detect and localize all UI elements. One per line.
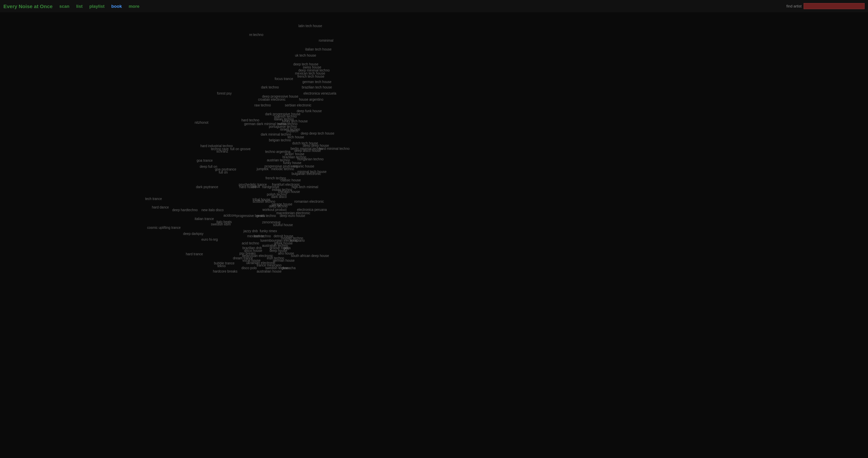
find-artist-input[interactable] [804, 3, 865, 9]
genre-label[interactable]: focus trance [275, 77, 293, 81]
genre-label[interactable]: bulgarian electronic [292, 172, 321, 176]
genre-label[interactable]: dark minimal techno [261, 133, 291, 137]
genre-label[interactable]: raw techno [254, 103, 271, 107]
genre-label[interactable]: tekno [217, 264, 225, 268]
genre-label[interactable]: rominimal [319, 39, 333, 43]
genre-label[interactable]: deep funk house [297, 109, 322, 113]
genre-label[interactable]: italian trance [195, 217, 214, 221]
genre-label[interactable]: acidcore [223, 214, 236, 218]
genre-label[interactable]: croatian electronic [258, 98, 285, 102]
genre-label[interactable]: schranz [216, 150, 228, 154]
header: Every Noise at Once scan list playlist b… [0, 0, 868, 12]
genre-label[interactable]: melodic techno [271, 167, 294, 171]
genre-label[interactable]: acid techno [242, 241, 259, 245]
genre-label[interactable]: re:techno [249, 33, 263, 37]
genre-label[interactable]: high-tech minimal [292, 185, 318, 189]
genre-label[interactable]: full on [219, 171, 228, 175]
genre-label[interactable]: belgian techno [269, 138, 291, 142]
genre-label[interactable]: hard minimal techno [319, 147, 350, 151]
genre-label[interactable]: forest psy [217, 92, 232, 96]
genre-label[interactable]: techno argentina [265, 150, 291, 154]
genre-label[interactable]: uk tech house [295, 54, 316, 58]
genre-label[interactable]: greek techno [256, 214, 276, 218]
genre-label[interactable]: hard dance [152, 205, 169, 210]
genre-label[interactable]: dark psytrance [196, 185, 218, 189]
genre-label[interactable]: soulful house [273, 223, 293, 227]
genre-label[interactable]: guaracha [281, 266, 296, 270]
genre-label[interactable]: french tech house [297, 75, 324, 79]
nav-playlist[interactable]: playlist [90, 4, 105, 9]
genre-label[interactable]: house argentino [299, 98, 323, 102]
genre-label[interactable]: classic house [280, 178, 301, 182]
genre-label[interactable]: techno [254, 234, 264, 238]
genre-label[interactable]: serbian electronic [285, 103, 311, 107]
genre-label[interactable]: euro hi-nrg [201, 238, 218, 242]
genre-label[interactable]: tech trance [145, 197, 162, 201]
genre-label[interactable]: deep darkpsy [183, 232, 203, 236]
genre-label[interactable]: nitzhonot [195, 121, 209, 125]
genre-label[interactable]: deep euro house [280, 214, 305, 218]
genre-label[interactable]: hard house [239, 185, 256, 189]
genre-label[interactable]: brazilian tech house [302, 85, 332, 89]
map-area: latin tech housere:technorominimalitalia… [0, 12, 868, 458]
genre-label[interactable]: jazzy dnb [243, 229, 258, 233]
nav-more[interactable]: more [129, 4, 139, 9]
site-title[interactable]: Every Noise at Once [3, 3, 53, 9]
nav-scan[interactable]: scan [59, 4, 70, 9]
genre-label[interactable]: german house [273, 259, 295, 263]
genre-label[interactable]: funky rimex [260, 229, 277, 233]
genre-label[interactable]: dark disco [271, 195, 287, 199]
genre-label[interactable]: new italo disco [201, 208, 224, 212]
genre-label[interactable]: jumptek [257, 167, 269, 171]
genre-label[interactable]: australian house [257, 270, 281, 274]
genre-label[interactable]: cosmic uplifting trance [147, 226, 181, 230]
genre-label[interactable]: hard trance [186, 252, 203, 256]
genre-label[interactable]: electronica venezuela [303, 92, 336, 96]
find-artist-container: find artist [786, 3, 865, 9]
genre-label[interactable]: hardcore breaks [213, 270, 237, 274]
genre-label[interactable]: romanian electronic [294, 200, 324, 204]
genre-label[interactable]: italian tech house [305, 47, 332, 52]
genre-label[interactable]: swedish ebm [211, 222, 231, 226]
genre-label[interactable]: hard techno [241, 118, 259, 122]
genre-label[interactable]: dark techno [261, 85, 279, 89]
genre-label[interactable]: german tech house [302, 80, 332, 84]
genre-label[interactable]: goa trance [197, 159, 213, 163]
nav-book[interactable]: book [111, 4, 122, 9]
genre-label[interactable]: deep hardtechno [172, 208, 198, 212]
nav-list[interactable]: list [76, 4, 83, 9]
genre-label[interactable]: disco polo [241, 266, 257, 270]
genre-label[interactable]: full on groove [230, 147, 251, 151]
genre-label[interactable]: deep full on [200, 165, 217, 169]
genre-label[interactable]: latin tech house [298, 24, 322, 28]
genre-label[interactable]: deep deep tech house [301, 132, 334, 136]
genre-label[interactable]: south african deep house [291, 254, 329, 258]
find-artist-label: find artist [786, 4, 802, 8]
